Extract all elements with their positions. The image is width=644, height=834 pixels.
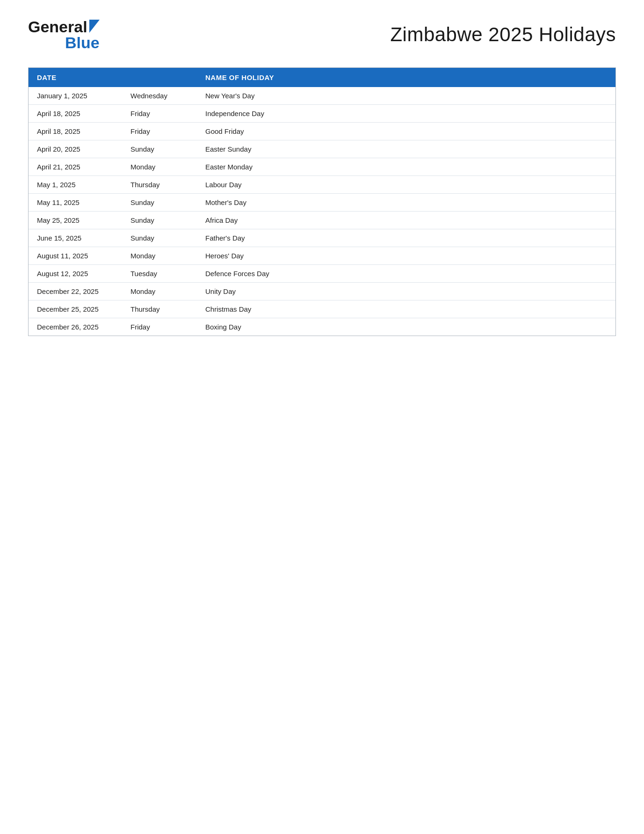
table-row: June 15, 2025SundayFather's Day bbox=[29, 229, 615, 247]
cell-day: Monday bbox=[122, 247, 197, 265]
cell-holiday: Labour Day bbox=[197, 176, 615, 194]
svg-marker-0 bbox=[89, 20, 100, 33]
cell-date: April 21, 2025 bbox=[29, 158, 122, 176]
cell-day: Sunday bbox=[122, 212, 197, 229]
cell-day: Sunday bbox=[122, 194, 197, 212]
page-title: Zimbabwe 2025 Holidays bbox=[390, 23, 616, 46]
cell-day: Friday bbox=[122, 105, 197, 123]
cell-holiday: Africa Day bbox=[197, 212, 615, 229]
holidays-table-container: DATE NAME OF HOLIDAY January 1, 2025Wedn… bbox=[28, 67, 616, 336]
table-row: May 1, 2025ThursdayLabour Day bbox=[29, 176, 615, 194]
logo-chevron-icon bbox=[89, 20, 100, 34]
table-header: DATE NAME OF HOLIDAY bbox=[29, 68, 615, 87]
table-row: April 18, 2025FridayGood Friday bbox=[29, 123, 615, 140]
cell-day: Thursday bbox=[122, 176, 197, 194]
logo-general-text: General bbox=[28, 19, 87, 35]
col-header-holiday: NAME OF HOLIDAY bbox=[197, 68, 615, 87]
logo-row1: General bbox=[28, 19, 100, 35]
cell-day: Friday bbox=[122, 318, 197, 336]
logo-blue-text: Blue bbox=[65, 35, 100, 51]
table-row: January 1, 2025WednesdayNew Year's Day bbox=[29, 87, 615, 105]
cell-day: Wednesday bbox=[122, 87, 197, 105]
cell-holiday: Good Friday bbox=[197, 123, 615, 140]
cell-date: January 1, 2025 bbox=[29, 87, 122, 105]
table-row: April 18, 2025FridayIndependence Day bbox=[29, 105, 615, 123]
table-row: May 11, 2025SundayMother's Day bbox=[29, 194, 615, 212]
cell-date: May 25, 2025 bbox=[29, 212, 122, 229]
table-row: May 25, 2025SundayAfrica Day bbox=[29, 212, 615, 229]
cell-holiday: Unity Day bbox=[197, 283, 615, 300]
table-row: April 20, 2025SundayEaster Sunday bbox=[29, 140, 615, 158]
table-body: January 1, 2025WednesdayNew Year's DayAp… bbox=[29, 87, 615, 336]
cell-holiday: Independence Day bbox=[197, 105, 615, 123]
cell-day: Monday bbox=[122, 283, 197, 300]
table-header-row: DATE NAME OF HOLIDAY bbox=[29, 68, 615, 87]
cell-date: August 11, 2025 bbox=[29, 247, 122, 265]
cell-date: April 18, 2025 bbox=[29, 123, 122, 140]
page-header: General Blue Zimbabwe 2025 Holidays bbox=[28, 19, 616, 51]
cell-date: June 15, 2025 bbox=[29, 229, 122, 247]
cell-day: Monday bbox=[122, 158, 197, 176]
table-row: August 11, 2025MondayHeroes' Day bbox=[29, 247, 615, 265]
table-row: April 21, 2025MondayEaster Monday bbox=[29, 158, 615, 176]
cell-holiday: Mother's Day bbox=[197, 194, 615, 212]
table-row: December 22, 2025MondayUnity Day bbox=[29, 283, 615, 300]
cell-holiday: Easter Sunday bbox=[197, 140, 615, 158]
cell-holiday: Easter Monday bbox=[197, 158, 615, 176]
holidays-table: DATE NAME OF HOLIDAY January 1, 2025Wedn… bbox=[29, 68, 615, 336]
col-header-date: DATE bbox=[29, 68, 122, 87]
logo: General Blue bbox=[28, 19, 100, 51]
logo-row2: Blue bbox=[28, 35, 100, 51]
cell-date: December 22, 2025 bbox=[29, 283, 122, 300]
cell-date: May 11, 2025 bbox=[29, 194, 122, 212]
cell-holiday: Father's Day bbox=[197, 229, 615, 247]
table-row: December 26, 2025FridayBoxing Day bbox=[29, 318, 615, 336]
cell-holiday: Heroes' Day bbox=[197, 247, 615, 265]
cell-date: August 12, 2025 bbox=[29, 265, 122, 283]
cell-date: May 1, 2025 bbox=[29, 176, 122, 194]
cell-holiday: Boxing Day bbox=[197, 318, 615, 336]
cell-day: Tuesday bbox=[122, 265, 197, 283]
cell-holiday: New Year's Day bbox=[197, 87, 615, 105]
col-header-day bbox=[122, 68, 197, 87]
cell-holiday: Defence Forces Day bbox=[197, 265, 615, 283]
cell-day: Thursday bbox=[122, 300, 197, 318]
cell-holiday: Christmas Day bbox=[197, 300, 615, 318]
cell-date: April 18, 2025 bbox=[29, 105, 122, 123]
cell-day: Sunday bbox=[122, 229, 197, 247]
cell-date: December 26, 2025 bbox=[29, 318, 122, 336]
cell-date: December 25, 2025 bbox=[29, 300, 122, 318]
cell-day: Sunday bbox=[122, 140, 197, 158]
cell-day: Friday bbox=[122, 123, 197, 140]
cell-date: April 20, 2025 bbox=[29, 140, 122, 158]
table-row: August 12, 2025TuesdayDefence Forces Day bbox=[29, 265, 615, 283]
table-row: December 25, 2025ThursdayChristmas Day bbox=[29, 300, 615, 318]
